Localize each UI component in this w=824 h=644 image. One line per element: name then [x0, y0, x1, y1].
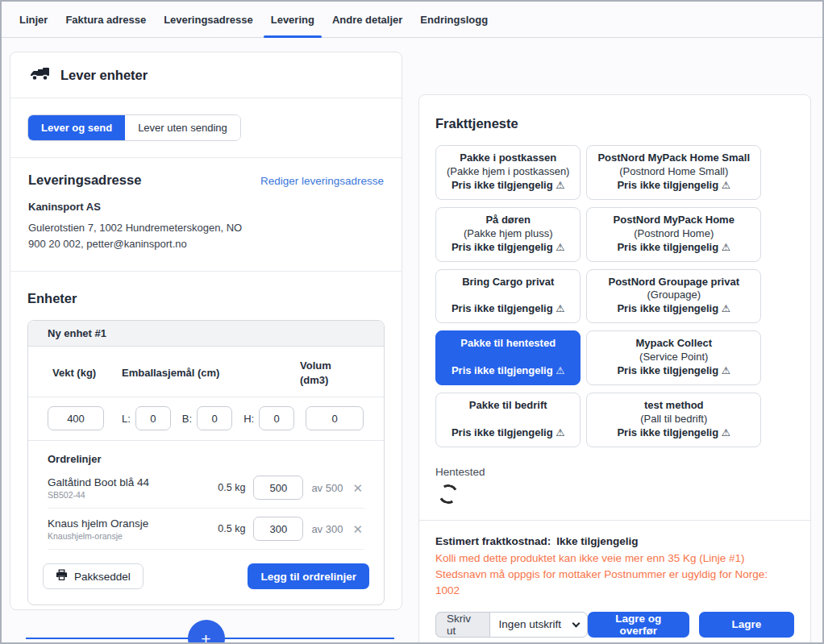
orderline-weight: 0.5 kg	[218, 523, 245, 534]
warning-icon: ⚠	[556, 427, 564, 438]
estimate-label: Estimert fraktkostnad:	[435, 535, 551, 547]
tab-leveringsadresse[interactable]: Leveringsadresse	[155, 2, 262, 37]
warning-icon: ⚠	[556, 242, 564, 253]
add-orderlines-button[interactable]: Legg til ordrelinjer	[248, 563, 369, 589]
app-window: Linjer Faktura adresse Leveringsadresse …	[0, 0, 824, 644]
page-content: Lever enheter Lever og send Lever uten s…	[2, 38, 822, 644]
volume-column-header: Volum (dm3)	[300, 359, 364, 387]
orderline-qty-input[interactable]	[253, 517, 303, 541]
deliver-units-header: Lever enheter	[10, 52, 402, 98]
tab-bar: Linjer Faktura adresse Leveringsadresse …	[2, 2, 822, 38]
shipping-method-postnord-groupage-privat[interactable]: PostNord Groupage privat (Groupage) Pris…	[586, 269, 761, 324]
warning-icon: ⚠	[722, 303, 730, 314]
delivery-mode-toggle: Lever og send Lever uten sending	[27, 114, 241, 141]
orderlines-section: Ordrelinjer Galtåtind Boot blå 44 SB502-…	[28, 441, 384, 550]
orderlines-title: Ordrelinjer	[48, 453, 364, 465]
warning-icon: ⚠	[556, 303, 564, 314]
freight-column: Frakttjeneste Pakke i postkassen (Pakke …	[418, 52, 811, 644]
delivery-mode-row: Lever og send Lever uten sending	[10, 98, 402, 158]
deliver-without-shipping-button[interactable]: Lever uten sending	[125, 115, 240, 140]
shipping-method-test-method[interactable]: test method (Pall til bedrift) Pris ikke…	[586, 393, 761, 447]
address-company: Kaninsport AS	[28, 201, 384, 213]
delivery-address-section: Leveringsadresse Rediger leveringsadress…	[10, 158, 402, 272]
tab-linjer[interactable]: Linjer	[10, 2, 56, 37]
save-and-transfer-button[interactable]: Lagre og overfør	[588, 612, 689, 638]
orderline-qty-input[interactable]	[253, 476, 303, 500]
address-street: Gulerotstien 7, 1002 Hundremeterskogen, …	[28, 222, 384, 234]
warning-icon: ⚠	[722, 180, 730, 191]
orderline-sku: SB502-44	[48, 490, 149, 500]
packing-slip-label: Pakkseddel	[74, 571, 131, 583]
deliver-units-title: Lever enheter	[60, 68, 148, 83]
orderline-weight: 0.5 kg	[218, 482, 245, 493]
warning-icon: ⚠	[556, 365, 564, 376]
warning-icon: ⚠	[722, 242, 730, 253]
remove-orderline-icon[interactable]: ✕	[351, 480, 364, 496]
printer-icon	[56, 569, 68, 584]
freight-footer: Skriv ut Ingen utskrift Lagre og overfør…	[435, 612, 794, 644]
freight-divider	[419, 520, 810, 521]
orderline-sku: Knaushjelm-oransje	[48, 531, 148, 541]
shipping-method-bring-cargo-privat[interactable]: Bring Cargo privat Pris ikke tilgjengeli…	[435, 269, 581, 324]
shipping-method-postnord-mypack-home[interactable]: PostNord MyPack Home (Postnord Home) Pri…	[586, 207, 761, 262]
estimate-value: Ikke tilgjengelig	[556, 535, 638, 547]
print-label: Skriv ut	[435, 612, 489, 638]
truck-icon	[28, 65, 50, 85]
tab-levering[interactable]: Levering	[262, 2, 323, 37]
freight-error-message: Kolli med dette produktet kan ikke veie …	[435, 551, 794, 600]
width-label: B:	[182, 413, 192, 425]
width-input[interactable]	[197, 406, 232, 430]
address-contact: 900 20 002, petter@kaninsport.no	[28, 238, 384, 250]
shipping-method-mypack-collect[interactable]: Mypack Collect (Service Point) Pris ikke…	[586, 330, 761, 385]
freight-card: Frakttjeneste Pakke i postkassen (Pakke …	[418, 94, 811, 644]
add-unit-row: +	[10, 620, 402, 644]
freight-estimate: Estimert fraktkostnad:Ikke tilgjengelig	[435, 535, 794, 547]
height-input[interactable]	[259, 406, 294, 430]
shipping-method-pakke-til-hentested[interactable]: Pakke til hentested Pris ikke tilgjengel…	[435, 330, 581, 385]
shipping-method-pa-doren[interactable]: På døren (Pakke hjem pluss) Pris ikke ti…	[435, 207, 581, 262]
dimensions-column-header: Emballasjemål (cm)	[122, 367, 300, 379]
packing-slip-button[interactable]: Pakkseddel	[43, 563, 144, 589]
save-button[interactable]: Lagre	[699, 612, 794, 638]
warning-icon: ⚠	[722, 365, 730, 376]
orderline-row: Galtåtind Boot blå 44 SB502-44 0.5 kg av…	[48, 467, 364, 509]
length-label: L:	[122, 413, 131, 425]
tab-faktura-adresse[interactable]: Faktura adresse	[56, 2, 155, 37]
delivery-address-title: Leveringsadresse	[28, 172, 141, 188]
shipping-methods-grid: Pakke i postkassen (Pakke hjem i postkas…	[435, 145, 794, 447]
tab-andre-detaljer[interactable]: Andre detaljer	[323, 2, 411, 37]
orderline-of-total: av 300	[311, 523, 343, 535]
print-option-select[interactable]: Ingen utskrift	[489, 612, 588, 638]
remove-orderline-icon[interactable]: ✕	[351, 521, 364, 537]
height-label: H:	[243, 413, 254, 425]
shipping-method-pakke-til-bedrift[interactable]: Pakke til bedrift Pris ikke tilgjengelig…	[435, 393, 581, 447]
length-input[interactable]	[135, 406, 171, 430]
unit-card-title: Ny enhet #1	[28, 321, 384, 347]
units-title: Enheter	[27, 291, 385, 306]
edit-delivery-address-link[interactable]: Rediger leveringsadresse	[260, 175, 384, 187]
volume-input[interactable]	[306, 406, 364, 430]
orderline-row: Knaus hjelm Oransje Knaushjelm-oransje 0…	[48, 509, 364, 550]
shipping-method-postnord-mypack-home-small[interactable]: PostNord MyPack Home Small (Postnord Hom…	[586, 145, 761, 200]
loading-spinner	[436, 482, 460, 505]
deliver-units-column: Lever enheter Lever og send Lever uten s…	[10, 52, 402, 644]
orderline-name: Galtåtind Boot blå 44	[48, 476, 149, 488]
weight-column-header: Vekt (kg)	[48, 367, 122, 379]
shipping-method-pakke-i-postkassen[interactable]: Pakke i postkassen (Pakke hjem i postkas…	[435, 145, 581, 200]
deliver-units-card: Lever enheter Lever og send Lever uten s…	[10, 52, 402, 610]
orderline-of-total: av 500	[311, 482, 343, 494]
weight-input[interactable]	[48, 406, 104, 430]
pickup-point-label: Hentested	[435, 466, 794, 478]
warning-icon: ⚠	[556, 180, 564, 191]
warning-icon: ⚠	[722, 427, 730, 438]
pickup-point-section: Hentested	[435, 466, 794, 504]
measure-header-row: Vekt (kg) Emballasjemål (cm) Volum (dm3)	[28, 347, 384, 397]
unit-actions-row: Pakkseddel Legg til ordrelinjer	[28, 550, 384, 605]
add-unit-button[interactable]: +	[188, 620, 225, 644]
tab-endringslogg[interactable]: Endringslogg	[411, 2, 497, 37]
freight-service-title: Frakttjeneste	[435, 116, 794, 131]
units-section: Enheter Ny enhet #1 Vekt (kg) Emballasje…	[10, 272, 402, 609]
orderline-name: Knaus hjelm Oransje	[48, 517, 148, 530]
deliver-and-send-button[interactable]: Lever og send	[28, 115, 125, 140]
measure-input-row: L: B: H:	[28, 397, 384, 441]
